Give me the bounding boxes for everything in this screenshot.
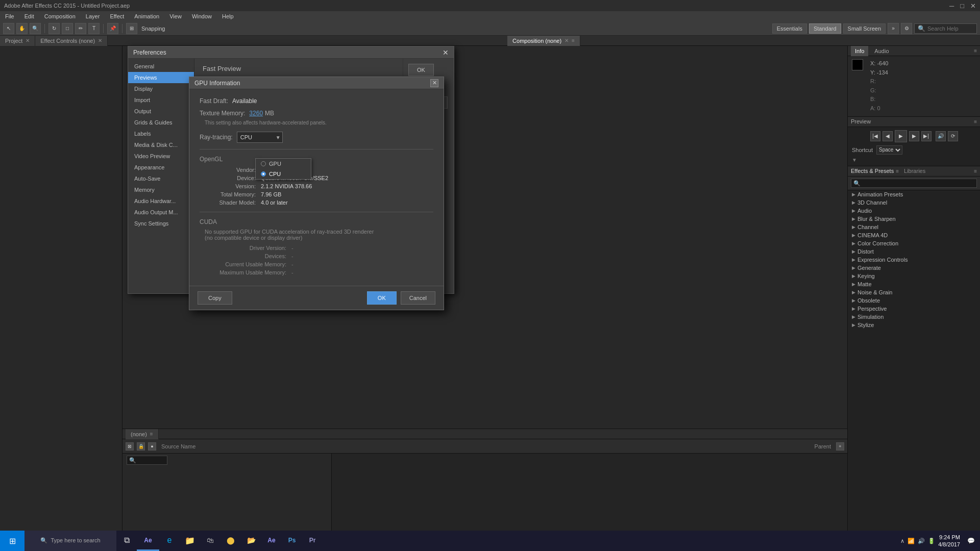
preview-last[interactable]: ▶| xyxy=(921,131,932,141)
project-tab-close[interactable]: ✕ xyxy=(26,38,30,43)
timeline-lock-btn[interactable]: 🔒 xyxy=(137,442,145,450)
taskbar-chrome[interactable]: ⬤ xyxy=(220,531,241,551)
preview-loop[interactable]: ⟳ xyxy=(948,131,958,141)
search-input[interactable] xyxy=(927,26,973,32)
pref-item-grids[interactable]: Grids & Guides xyxy=(128,117,194,128)
gpu-close-btn[interactable]: ✕ xyxy=(430,79,438,87)
pref-item-appearance[interactable]: Appearance xyxy=(128,162,194,173)
panel-tab-project[interactable]: Project ✕ xyxy=(0,36,35,46)
taskbar-explorer[interactable]: 📁 xyxy=(180,531,200,551)
taskbar-ps[interactable]: Ps xyxy=(282,531,302,551)
menu-layer[interactable]: Layer xyxy=(84,12,102,20)
pref-item-import[interactable]: Import xyxy=(128,94,194,106)
pref-item-audio-out[interactable]: Audio Output M... xyxy=(128,207,194,218)
timeline-solo-btn[interactable]: ● xyxy=(148,442,156,450)
taskbar-pp[interactable]: Pr xyxy=(302,531,323,551)
taskbar-ae[interactable]: Ae xyxy=(137,531,159,551)
workspace-options[interactable]: ⚙ xyxy=(901,23,912,34)
effects-cat-distort[interactable]: ▶ Distort xyxy=(848,247,980,256)
taskbar-task-view[interactable]: ⧉ xyxy=(116,531,137,551)
preview-panel-menu[interactable]: ≡ xyxy=(974,119,977,124)
effects-cat-blur[interactable]: ▶ Blur & Sharpen xyxy=(848,215,980,223)
effects-cat-animation-presets[interactable]: ▶ Animation Presets xyxy=(848,190,980,198)
gpu-cancel-btn[interactable]: Cancel xyxy=(401,291,435,305)
menu-view[interactable]: View xyxy=(167,12,184,20)
menu-window[interactable]: Window xyxy=(190,12,214,20)
panel-tab-effect-controls[interactable]: Effect Controls (none) ✕ xyxy=(35,36,108,46)
pref-item-video[interactable]: Video Preview xyxy=(128,151,194,162)
panel-tab-composition[interactable]: Composition (none) ✕ ≡ xyxy=(507,36,580,46)
layer-search[interactable] xyxy=(127,456,167,465)
effects-cat-expression[interactable]: ▶ Expression Controls xyxy=(848,256,980,264)
pref-item-general[interactable]: General xyxy=(128,61,194,72)
composition-tab-options[interactable]: ≡ xyxy=(572,38,575,43)
timeline-add-marker[interactable]: + xyxy=(836,442,844,450)
menu-animation[interactable]: Animation xyxy=(132,12,161,20)
taskbar-notification[interactable]: 💬 xyxy=(967,537,975,544)
pref-item-sync[interactable]: Sync Settings xyxy=(128,218,194,229)
preview-audio[interactable]: 🔊 xyxy=(936,131,946,141)
minimize-btn[interactable]: ─ xyxy=(949,2,954,10)
pref-item-display[interactable]: Display xyxy=(128,83,194,94)
taskbar-filemanager[interactable]: 📂 xyxy=(241,531,261,551)
tool-rotate[interactable]: ↻ xyxy=(48,23,60,34)
dropdown-option-cpu[interactable]: CPU xyxy=(256,169,311,179)
shortcut-select[interactable]: Space xyxy=(876,145,902,155)
effect-controls-close[interactable]: ✕ xyxy=(98,38,102,43)
taskbar-chevron[interactable]: ∧ xyxy=(900,538,904,544)
preferences-close-btn[interactable]: ✕ xyxy=(443,48,449,57)
pref-item-previews[interactable]: Previews xyxy=(128,72,194,83)
pref-item-autosave[interactable]: Auto-Save xyxy=(128,173,194,184)
maximize-btn[interactable]: □ xyxy=(960,2,964,10)
effects-cat-noise[interactable]: ▶ Noise & Grain xyxy=(848,288,980,296)
menu-composition[interactable]: Composition xyxy=(42,12,78,20)
tool-arrow[interactable]: ↖ xyxy=(3,23,14,34)
preview-play[interactable]: ▶ xyxy=(895,130,907,142)
gpu-copy-btn[interactable]: Copy xyxy=(198,291,232,305)
tool-pen[interactable]: ✏ xyxy=(75,23,86,34)
effects-presets-tab[interactable]: Effects & Presets xyxy=(851,168,894,174)
tool-zoom[interactable]: 🔍 xyxy=(30,23,41,34)
tool-hand[interactable]: ✋ xyxy=(16,23,28,34)
effects-cat-keying[interactable]: ▶ Keying xyxy=(848,272,980,280)
timeline-hide-btn[interactable]: ⊠ xyxy=(126,442,134,450)
preview-tab-label[interactable]: Preview xyxy=(851,118,871,124)
menu-file[interactable]: File xyxy=(3,12,16,20)
effects-cat-3d-channel[interactable]: ▶ 3D Channel xyxy=(848,198,980,207)
workspace-essentials[interactable]: Essentials xyxy=(772,23,807,34)
composition-tab-close[interactable]: ✕ xyxy=(565,38,569,43)
close-btn[interactable]: ✕ xyxy=(970,2,976,10)
taskbar-clock[interactable]: 9:24 PM 4/8/2017 xyxy=(938,534,964,548)
effects-panel-menu[interactable]: ≡ xyxy=(974,168,977,174)
tool-snap[interactable]: ⊞ xyxy=(126,23,137,34)
effects-cat-channel[interactable]: ▶ Channel xyxy=(848,223,980,231)
taskbar-cortana[interactable]: 🔍 Type here to search xyxy=(24,531,116,551)
workspace-small-screen[interactable]: Small Screen xyxy=(843,23,886,34)
preview-next-frame[interactable]: ▶ xyxy=(909,131,919,141)
preview-first[interactable]: |◀ xyxy=(870,131,880,141)
workspace-more[interactable]: » xyxy=(888,23,899,34)
taskbar-edge[interactable]: e xyxy=(159,531,180,551)
shortcut-dropdown[interactable]: ▼ xyxy=(852,157,857,163)
effects-menu-icon[interactable]: ≡ xyxy=(896,168,899,174)
effects-cat-simulation[interactable]: ▶ Simulation xyxy=(848,313,980,321)
pref-item-media[interactable]: Media & Disk C... xyxy=(128,139,194,151)
taskbar-appstore[interactable]: 🛍 xyxy=(200,531,220,551)
info-panel-menu[interactable]: ≡ xyxy=(974,48,977,54)
menu-effect[interactable]: Effect xyxy=(108,12,126,20)
effects-cat-audio[interactable]: ▶ Audio xyxy=(848,207,980,215)
pref-ok-btn[interactable]: OK xyxy=(408,64,434,76)
ray-tracing-select[interactable]: CPU GPU xyxy=(237,132,283,143)
taskbar-ae2[interactable]: Ae xyxy=(261,531,282,551)
menu-help[interactable]: Help xyxy=(220,12,236,20)
taskbar-volume-icon[interactable]: 🔊 xyxy=(918,538,925,544)
effects-cat-matte[interactable]: ▶ Matte xyxy=(848,280,980,288)
effects-cat-color-correction[interactable]: ▶ Color Correction xyxy=(848,239,980,247)
menu-edit[interactable]: Edit xyxy=(22,12,36,20)
tool-rect[interactable]: □ xyxy=(62,23,73,34)
audio-tab[interactable]: Audio xyxy=(870,46,893,56)
timeline-menu-icon[interactable]: ≡ xyxy=(150,431,153,437)
workspace-standard[interactable]: Standard xyxy=(809,23,841,34)
start-button[interactable]: ⊞ xyxy=(0,531,24,551)
effects-cat-obsolete[interactable]: ▶ Obsolete xyxy=(848,296,980,305)
